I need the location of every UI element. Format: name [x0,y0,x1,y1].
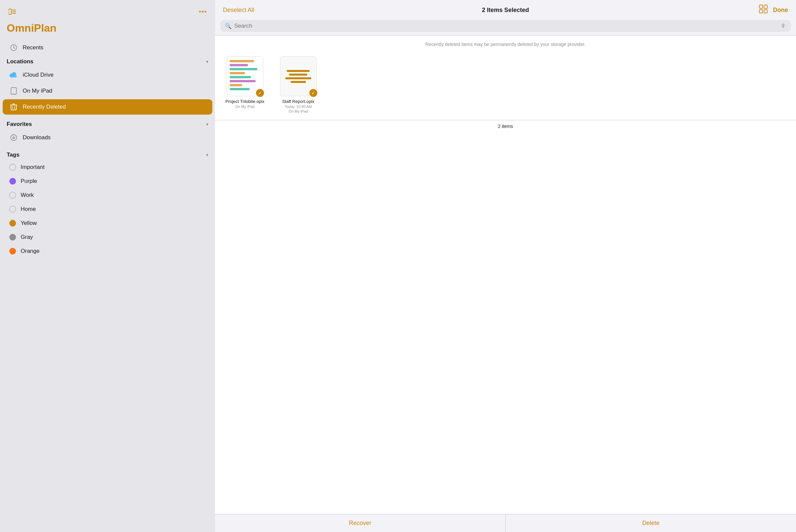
deselect-all-button[interactable]: Deselect All [223,7,254,14]
bottom-actions: Recover Delete [215,514,796,532]
top-bar-right: Done [759,5,788,15]
file-item-project-trilobite[interactable]: ✓ Project Trilobite.oplx On My iPad [225,56,265,113]
svg-point-6 [204,11,206,13]
tags-chevron-icon: ▾ [206,152,208,157]
content-area: Recently deleted items may be permanentl… [215,35,796,514]
sidebar-item-tag-yellow[interactable]: Yellow [3,216,212,230]
grid-view-button[interactable] [759,5,768,15]
staff-line-1 [287,70,310,72]
tag-dot-orange [9,248,16,254]
sidebar-item-tag-work[interactable]: Work [3,189,212,202]
staff-line-2 [289,74,307,76]
ipad-label: On My iPad [23,88,52,94]
tag-dot-important [9,164,16,171]
file-thumb-project-trilobite: ✓ [227,56,263,96]
file-meta-staff-report-location: On My iPad [289,109,308,113]
svg-rect-18 [764,5,767,8]
sidebar-item-recents[interactable]: Recents [3,40,212,55]
info-banner: Recently deleted items may be permanentl… [215,36,796,50]
app-title: OmniPlan [0,21,215,40]
more-options-button[interactable] [197,6,208,17]
search-bar: 🔍 🎙 [220,20,791,32]
staff-line-4 [291,81,306,83]
files-grid: ✓ Project Trilobite.oplx On My iPad ✓ St… [215,50,796,120]
tag-dot-work [9,192,16,198]
top-bar: Deselect All 2 Items Selected Done [215,0,796,20]
sidebar-item-recently-deleted[interactable]: Recently Deleted [3,99,212,115]
ipad-icon [9,87,18,95]
sidebar-item-ipad[interactable]: On My iPad [3,83,212,99]
sidebar-item-tag-home[interactable]: Home [3,203,212,216]
tag-dot-home [9,206,16,212]
sidebar-item-tag-purple[interactable]: Purple [3,174,212,188]
downloads-label: Downloads [23,134,51,141]
sidebar: OmniPlan Recents Locations ▾ [0,0,215,532]
svg-rect-10 [11,105,16,110]
tag-label-orange: Orange [21,248,40,254]
tag-label-home: Home [21,206,36,212]
file-item-staff-report[interactable]: ✓ Staff Report.oplx Today, 10:40 AM On M… [278,56,318,113]
search-bar-container: 🔍 🎙 [215,20,796,35]
svg-rect-0 [9,9,11,14]
tag-label-yellow: Yellow [21,220,37,227]
sidebar-item-icloud[interactable]: iCloud Drive [3,67,212,82]
sidebar-item-tag-gray[interactable]: Gray [3,230,212,244]
downloads-icon [9,133,18,142]
gantt-preview [227,57,263,94]
tag-label-purple: Purple [21,178,37,185]
file-meta-staff-report-date: Today, 10:40 AM [285,104,312,109]
mic-icon[interactable]: 🎙 [781,23,786,29]
search-input[interactable] [234,23,778,29]
sidebar-item-tag-orange[interactable]: Orange [3,245,212,258]
svg-rect-17 [759,5,763,8]
file-name-project-trilobite: Project Trilobite.oplx [225,99,264,104]
selected-check-badge: ✓ [255,88,265,98]
file-thumb-staff-report: ✓ [280,56,317,96]
sidebar-toggle-button[interactable] [7,6,18,17]
tag-label-gray: Gray [21,234,33,241]
done-button[interactable]: Done [773,7,788,14]
icloud-icon [9,71,18,79]
locations-chevron-icon: ▾ [206,59,208,64]
tag-dot-purple [9,178,16,185]
svg-point-9 [13,93,14,94]
tag-dot-yellow [9,220,16,227]
trash-icon [9,102,18,111]
file-meta-project-trilobite: On My iPad [235,104,254,109]
icloud-label: iCloud Drive [23,72,54,78]
svg-point-5 [202,11,203,13]
recents-label: Recents [23,44,43,51]
selected-check-badge-staff: ✓ [309,88,318,98]
tag-label-important: Important [21,164,45,171]
file-name-staff-report: Staff Report.oplx [282,99,314,104]
delete-button[interactable]: Delete [506,514,796,532]
search-icon: 🔍 [225,23,232,29]
tags-section-header[interactable]: Tags ▾ [0,149,215,160]
locations-title: Locations [7,58,33,65]
recover-button[interactable]: Recover [215,514,506,532]
favorites-chevron-icon: ▾ [206,121,208,127]
svg-rect-19 [759,10,763,13]
sidebar-item-downloads[interactable]: Downloads [3,130,212,145]
recents-icon [9,43,18,52]
recently-deleted-label: Recently Deleted [23,103,66,110]
tag-dot-gray [9,234,16,241]
tag-label-work: Work [21,192,34,198]
staff-line-3 [285,77,311,79]
locations-section-header[interactable]: Locations ▾ [0,56,215,67]
sidebar-header [0,0,215,21]
svg-rect-20 [764,10,767,13]
main-content: Deselect All 2 Items Selected Done 🔍 🎙 R… [215,0,796,532]
favorites-title: Favorites [7,121,32,128]
tags-title: Tags [7,152,19,158]
svg-point-4 [199,11,201,13]
sidebar-item-tag-important[interactable]: Important [3,160,212,174]
favorites-section-header[interactable]: Favorites ▾ [0,118,215,130]
items-selected-title: 2 Items Selected [482,7,529,14]
items-count: 2 items [215,120,796,132]
